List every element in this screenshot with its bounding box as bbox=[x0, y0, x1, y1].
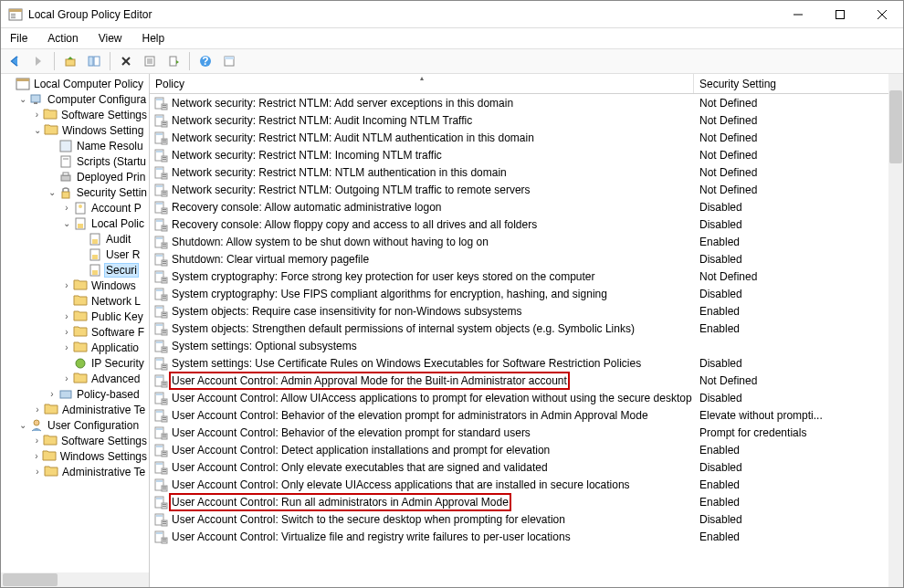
policy-row[interactable]: User Account Control: Only elevate UIAcc… bbox=[150, 476, 903, 493]
policy-row[interactable]: System settings: Use Certificate Rules o… bbox=[150, 354, 903, 372]
tree[interactable]: Local Computer Policy ⌄Computer Configur… bbox=[1, 76, 149, 479]
show-hide-tree-button[interactable] bbox=[84, 51, 104, 71]
policy-row[interactable]: Network security: Restrict NTLM: NTLM au… bbox=[150, 163, 903, 181]
tree-windows-firewall[interactable]: ›Windows bbox=[1, 278, 149, 293]
policy-row[interactable]: System objects: Strengthen default permi… bbox=[150, 320, 903, 337]
vertical-scrollbar[interactable] bbox=[888, 74, 903, 587]
column-header-setting[interactable]: Security Setting bbox=[694, 74, 903, 93]
tree-audit-policy[interactable]: Audit bbox=[1, 231, 149, 247]
policy-row[interactable]: Network security: Restrict NTLM: Audit I… bbox=[150, 111, 903, 129]
policy-row[interactable]: User Account Control: Admin Approval Mod… bbox=[150, 372, 903, 389]
minimize-button[interactable] bbox=[777, 1, 819, 28]
tree-user-config[interactable]: ⌄User Configuration bbox=[1, 417, 149, 433]
policy-name: User Account Control: Only elevate execu… bbox=[172, 461, 548, 474]
properties-button[interactable] bbox=[140, 51, 160, 71]
expand-icon[interactable]: › bbox=[61, 203, 72, 213]
expand-icon[interactable]: › bbox=[61, 311, 72, 321]
tree-network-list[interactable]: Network L bbox=[1, 293, 149, 309]
tree-user-admin-templates[interactable]: ›Administrative Te bbox=[1, 464, 149, 479]
menu-action[interactable]: Action bbox=[44, 30, 81, 47]
policy-row[interactable]: System cryptography: Force strong key pr… bbox=[150, 268, 903, 285]
policy-row[interactable]: Network security: Restrict NTLM: Outgoin… bbox=[150, 181, 903, 198]
expand-icon[interactable]: › bbox=[61, 280, 72, 290]
tree-root[interactable]: Local Computer Policy bbox=[1, 76, 149, 91]
policy-setting: Disabled bbox=[694, 357, 903, 370]
policy-row[interactable]: User Account Control: Switch to the secu… bbox=[150, 510, 903, 528]
expand-icon[interactable]: › bbox=[61, 342, 72, 352]
tree-name-resolution[interactable]: Name Resolu bbox=[1, 138, 149, 153]
tree-advanced-audit[interactable]: ›Advanced bbox=[1, 371, 149, 386]
tree-windows-settings[interactable]: ⌄Windows Setting bbox=[1, 122, 149, 138]
tree-security-settings[interactable]: ⌄Security Settin bbox=[1, 184, 149, 200]
policy-row[interactable]: Network security: Restrict NTLM: Audit N… bbox=[150, 129, 903, 146]
scrollbar-thumb[interactable] bbox=[889, 90, 902, 163]
tree-software-restriction[interactable]: ›Software F bbox=[1, 324, 149, 340]
policy-row[interactable]: Recovery console: Allow automatic admini… bbox=[150, 198, 903, 215]
tree-user-windows-settings[interactable]: ›Windows Settings bbox=[1, 448, 149, 464]
close-button[interactable] bbox=[861, 1, 903, 28]
policy-list[interactable]: Network security: Restrict NTLM: Add ser… bbox=[150, 94, 903, 587]
tree-policy-based-qos[interactable]: ›Policy-based bbox=[1, 386, 149, 402]
policy-row[interactable]: User Account Control: Behavior of the el… bbox=[150, 406, 903, 424]
collapse-icon[interactable]: ⌄ bbox=[17, 94, 28, 104]
policy-row[interactable]: User Account Control: Allow UIAccess app… bbox=[150, 389, 903, 406]
delete-button[interactable] bbox=[116, 51, 136, 71]
up-button[interactable] bbox=[60, 51, 80, 71]
svg-rect-157 bbox=[156, 480, 163, 482]
policy-row[interactable]: System settings: Optional subsystems bbox=[150, 337, 903, 354]
tree-user-software-settings[interactable]: ›Software Settings bbox=[1, 433, 149, 448]
tree-horizontal-scrollbar[interactable] bbox=[1, 572, 149, 587]
policy-row[interactable]: Recovery console: Allow floppy copy and … bbox=[150, 215, 903, 233]
policy-row[interactable]: User Account Control: Virtualize file an… bbox=[150, 528, 903, 545]
tree-user-rights[interactable]: User R bbox=[1, 247, 149, 262]
tree-scripts[interactable]: Scripts (Startu bbox=[1, 153, 149, 169]
expand-icon[interactable]: › bbox=[32, 467, 43, 477]
policy-row[interactable]: Network security: Restrict NTLM: Incomin… bbox=[150, 146, 903, 163]
policy-row[interactable]: Network security: Restrict NTLM: Add ser… bbox=[150, 94, 903, 111]
policy-row[interactable]: System objects: Require case insensitivi… bbox=[150, 302, 903, 320]
policy-row[interactable]: User Account Control: Behavior of the el… bbox=[150, 424, 903, 441]
expand-icon[interactable]: › bbox=[47, 389, 58, 399]
tree-deployed-printers[interactable]: Deployed Prin bbox=[1, 169, 149, 184]
tree-computer-config[interactable]: ⌄Computer Configura bbox=[1, 91, 149, 107]
help-button[interactable]: ? bbox=[195, 51, 215, 71]
policy-setting: Enabled bbox=[694, 530, 903, 543]
expand-icon[interactable]: › bbox=[32, 436, 42, 446]
tree-ip-security[interactable]: IP Security bbox=[1, 355, 149, 371]
policy-row[interactable]: Shutdown: Allow system to be shut down w… bbox=[150, 233, 903, 250]
collapse-icon[interactable]: ⌄ bbox=[17, 420, 28, 430]
expand-icon[interactable]: › bbox=[61, 373, 72, 383]
tree-local-policies[interactable]: ⌄Local Polic bbox=[1, 215, 149, 231]
tree-public-key[interactable]: ›Public Key bbox=[1, 309, 149, 324]
tree-security-options[interactable]: Securi bbox=[1, 262, 149, 278]
tree-admin-templates[interactable]: ›Administrative Te bbox=[1, 402, 149, 417]
back-button[interactable] bbox=[5, 51, 25, 71]
forward-button[interactable] bbox=[28, 51, 48, 71]
filter-button[interactable] bbox=[219, 51, 239, 71]
policy-icon bbox=[153, 460, 168, 475]
expand-icon[interactable]: › bbox=[61, 327, 72, 337]
svg-rect-72 bbox=[156, 185, 163, 187]
policy-row[interactable]: User Account Control: Run all administra… bbox=[150, 493, 903, 510]
column-header-policy[interactable]: Policy ▴ bbox=[150, 74, 694, 93]
tree-app-control[interactable]: ›Applicatio bbox=[1, 340, 149, 355]
tree-software-settings[interactable]: ›Software Settings bbox=[1, 107, 149, 122]
policy-row[interactable]: User Account Control: Only elevate execu… bbox=[150, 458, 903, 476]
expand-icon[interactable]: › bbox=[32, 110, 42, 120]
menu-help[interactable]: Help bbox=[139, 30, 169, 47]
export-button[interactable] bbox=[163, 51, 184, 71]
expand-icon[interactable]: › bbox=[32, 404, 43, 415]
policy-row[interactable]: Shutdown: Clear virtual memory pagefileD… bbox=[150, 250, 903, 268]
collapse-icon[interactable]: ⌄ bbox=[32, 125, 43, 135]
collapse-icon[interactable]: ⌄ bbox=[61, 218, 72, 228]
tree-account-policies[interactable]: ›Account P bbox=[1, 200, 149, 215]
menu-file[interactable]: File bbox=[6, 30, 31, 47]
policy-setting: Not Defined bbox=[694, 184, 903, 196]
svg-rect-49 bbox=[163, 105, 166, 106]
policy-row[interactable]: User Account Control: Detect application… bbox=[150, 441, 903, 458]
collapse-icon[interactable]: ⌄ bbox=[47, 187, 58, 197]
menu-view[interactable]: View bbox=[95, 30, 126, 47]
maximize-button[interactable] bbox=[819, 1, 861, 28]
policy-row[interactable]: System cryptography: Use FIPS compliant … bbox=[150, 285, 903, 302]
expand-icon[interactable]: › bbox=[32, 451, 41, 461]
